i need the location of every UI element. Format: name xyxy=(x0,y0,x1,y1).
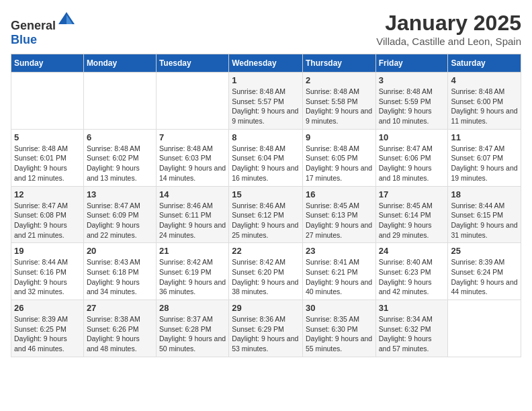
day-number: 20 xyxy=(87,246,153,256)
day-number: 5 xyxy=(14,132,81,142)
day-number: 19 xyxy=(14,246,81,256)
day-info: Sunrise: 8:48 AMSunset: 6:05 PMDaylight:… xyxy=(306,144,373,183)
table-row: 10 Sunrise: 8:47 AMSunset: 6:06 PMDaylig… xyxy=(375,129,448,186)
day-info: Sunrise: 8:41 AMSunset: 6:21 PMDaylight:… xyxy=(306,257,373,297)
table-row: 3 Sunrise: 8:48 AMSunset: 5:59 PMDayligh… xyxy=(375,73,448,130)
day-number: 18 xyxy=(451,189,518,199)
table-row: 8 Sunrise: 8:48 AMSunset: 6:04 PMDayligh… xyxy=(229,129,303,186)
header-friday: Friday xyxy=(375,54,448,73)
title-section: January 2025 Villada, Castille and Leon,… xyxy=(376,11,521,47)
weekday-header-row: Sunday Monday Tuesday Wednesday Thursday… xyxy=(11,54,521,73)
calendar-week-row: 19 Sunrise: 8:44 AMSunset: 6:16 PMDaylig… xyxy=(11,243,521,300)
day-info: Sunrise: 8:39 AMSunset: 6:25 PMDaylight:… xyxy=(14,314,81,354)
day-info: Sunrise: 8:44 AMSunset: 6:16 PMDaylight:… xyxy=(14,257,81,297)
calendar-table: Sunday Monday Tuesday Wednesday Thursday… xyxy=(11,54,521,357)
calendar-week-row: 12 Sunrise: 8:47 AMSunset: 6:08 PMDaylig… xyxy=(11,186,521,243)
day-number: 14 xyxy=(159,189,226,199)
day-number: 27 xyxy=(87,303,153,313)
day-info: Sunrise: 8:43 AMSunset: 6:18 PMDaylight:… xyxy=(87,257,153,297)
day-info: Sunrise: 8:47 AMSunset: 6:08 PMDaylight:… xyxy=(14,201,81,240)
table-row: 11 Sunrise: 8:47 AMSunset: 6:07 PMDaylig… xyxy=(448,129,521,186)
table-row xyxy=(83,73,156,130)
table-row: 30 Sunrise: 8:35 AMSunset: 6:30 PMDaylig… xyxy=(302,300,375,357)
logo-blue: Blue xyxy=(11,33,37,46)
table-row: 23 Sunrise: 8:41 AMSunset: 6:21 PMDaylig… xyxy=(302,243,375,300)
day-info: Sunrise: 8:48 AMSunset: 6:04 PMDaylight:… xyxy=(232,144,300,183)
day-number: 10 xyxy=(379,132,445,142)
table-row: 4 Sunrise: 8:48 AMSunset: 6:00 PMDayligh… xyxy=(448,73,521,130)
day-number: 9 xyxy=(306,132,373,142)
day-number: 21 xyxy=(159,246,226,256)
day-info: Sunrise: 8:46 AMSunset: 6:11 PMDaylight:… xyxy=(159,201,226,240)
day-number: 16 xyxy=(306,189,373,199)
day-number: 22 xyxy=(232,246,300,256)
day-number: 26 xyxy=(14,303,81,313)
calendar-week-row: 5 Sunrise: 8:48 AMSunset: 6:01 PMDayligh… xyxy=(11,129,521,186)
table-row: 9 Sunrise: 8:48 AMSunset: 6:05 PMDayligh… xyxy=(302,129,375,186)
header-sunday: Sunday xyxy=(11,54,84,73)
day-info: Sunrise: 8:46 AMSunset: 6:12 PMDaylight:… xyxy=(232,201,300,240)
table-row: 19 Sunrise: 8:44 AMSunset: 6:16 PMDaylig… xyxy=(11,243,84,300)
day-info: Sunrise: 8:39 AMSunset: 6:24 PMDaylight:… xyxy=(451,257,518,297)
day-info: Sunrise: 8:37 AMSunset: 6:28 PMDaylight:… xyxy=(159,314,226,354)
table-row: 26 Sunrise: 8:39 AMSunset: 6:25 PMDaylig… xyxy=(11,300,84,357)
day-info: Sunrise: 8:47 AMSunset: 6:06 PMDaylight:… xyxy=(379,144,445,183)
table-row: 22 Sunrise: 8:42 AMSunset: 6:20 PMDaylig… xyxy=(229,243,303,300)
day-info: Sunrise: 8:48 AMSunset: 5:59 PMDaylight:… xyxy=(379,87,445,126)
day-number: 15 xyxy=(232,189,300,199)
header-saturday: Saturday xyxy=(448,54,521,73)
day-info: Sunrise: 8:38 AMSunset: 6:26 PMDaylight:… xyxy=(87,314,153,354)
table-row: 12 Sunrise: 8:47 AMSunset: 6:08 PMDaylig… xyxy=(11,186,84,243)
table-row: 7 Sunrise: 8:48 AMSunset: 6:03 PMDayligh… xyxy=(156,129,228,186)
day-number: 29 xyxy=(232,303,300,313)
day-number: 17 xyxy=(379,189,445,199)
day-number: 23 xyxy=(306,246,373,256)
day-info: Sunrise: 8:48 AMSunset: 6:02 PMDaylight:… xyxy=(87,144,153,183)
table-row: 13 Sunrise: 8:47 AMSunset: 6:09 PMDaylig… xyxy=(83,186,156,243)
day-number: 2 xyxy=(306,75,373,85)
day-info: Sunrise: 8:48 AMSunset: 6:03 PMDaylight:… xyxy=(159,144,226,183)
table-row: 31 Sunrise: 8:34 AMSunset: 6:32 PMDaylig… xyxy=(375,300,448,357)
table-row: 18 Sunrise: 8:44 AMSunset: 6:15 PMDaylig… xyxy=(448,186,521,243)
table-row: 6 Sunrise: 8:48 AMSunset: 6:02 PMDayligh… xyxy=(83,129,156,186)
day-info: Sunrise: 8:47 AMSunset: 6:07 PMDaylight:… xyxy=(451,144,518,183)
header-monday: Monday xyxy=(83,54,156,73)
day-number: 28 xyxy=(159,303,226,313)
location-title: Villada, Castille and Leon, Spain xyxy=(376,36,521,47)
header-tuesday: Tuesday xyxy=(156,54,228,73)
day-info: Sunrise: 8:48 AMSunset: 6:00 PMDaylight:… xyxy=(451,87,518,126)
day-number: 24 xyxy=(379,246,445,256)
day-number: 31 xyxy=(379,303,445,313)
day-info: Sunrise: 8:44 AMSunset: 6:15 PMDaylight:… xyxy=(451,201,518,240)
table-row xyxy=(448,300,521,357)
day-number: 11 xyxy=(451,132,518,142)
header-thursday: Thursday xyxy=(302,54,375,73)
day-info: Sunrise: 8:40 AMSunset: 6:23 PMDaylight:… xyxy=(379,257,445,297)
day-number: 6 xyxy=(87,132,153,142)
day-number: 13 xyxy=(87,189,153,199)
table-row: 20 Sunrise: 8:43 AMSunset: 6:18 PMDaylig… xyxy=(83,243,156,300)
table-row: 25 Sunrise: 8:39 AMSunset: 6:24 PMDaylig… xyxy=(448,243,521,300)
table-row: 2 Sunrise: 8:48 AMSunset: 5:58 PMDayligh… xyxy=(302,73,375,130)
day-info: Sunrise: 8:48 AMSunset: 5:58 PMDaylight:… xyxy=(306,87,373,126)
day-info: Sunrise: 8:42 AMSunset: 6:20 PMDaylight:… xyxy=(232,257,300,297)
day-number: 8 xyxy=(232,132,300,142)
page-header: General Blue January 2025 Villada, Casti… xyxy=(11,11,521,47)
day-number: 1 xyxy=(232,75,300,85)
table-row: 5 Sunrise: 8:48 AMSunset: 6:01 PMDayligh… xyxy=(11,129,84,186)
table-row: 15 Sunrise: 8:46 AMSunset: 6:12 PMDaylig… xyxy=(229,186,303,243)
header-wednesday: Wednesday xyxy=(229,54,303,73)
day-info: Sunrise: 8:36 AMSunset: 6:29 PMDaylight:… xyxy=(232,314,300,354)
table-row: 1 Sunrise: 8:48 AMSunset: 5:57 PMDayligh… xyxy=(229,73,303,130)
month-title: January 2025 xyxy=(376,11,521,36)
day-number: 3 xyxy=(379,75,445,85)
day-info: Sunrise: 8:34 AMSunset: 6:32 PMDaylight:… xyxy=(379,314,445,354)
table-row: 16 Sunrise: 8:45 AMSunset: 6:13 PMDaylig… xyxy=(302,186,375,243)
table-row: 21 Sunrise: 8:42 AMSunset: 6:19 PMDaylig… xyxy=(156,243,228,300)
day-number: 30 xyxy=(306,303,373,313)
day-info: Sunrise: 8:35 AMSunset: 6:30 PMDaylight:… xyxy=(306,314,373,354)
table-row: 14 Sunrise: 8:46 AMSunset: 6:11 PMDaylig… xyxy=(156,186,228,243)
table-row: 29 Sunrise: 8:36 AMSunset: 6:29 PMDaylig… xyxy=(229,300,303,357)
table-row: 17 Sunrise: 8:45 AMSunset: 6:14 PMDaylig… xyxy=(375,186,448,243)
day-number: 7 xyxy=(159,132,226,142)
